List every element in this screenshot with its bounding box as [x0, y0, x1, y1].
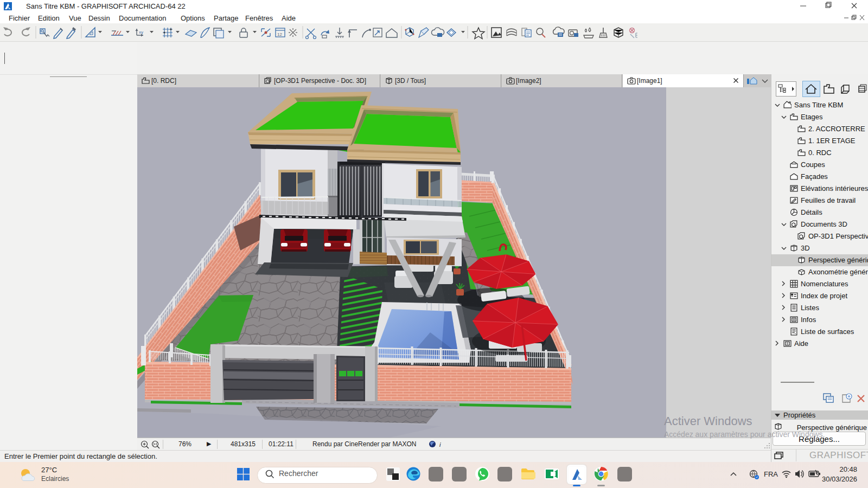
svg-text:i: i [439, 441, 441, 448]
svg-text:12: 12 [277, 32, 282, 37]
